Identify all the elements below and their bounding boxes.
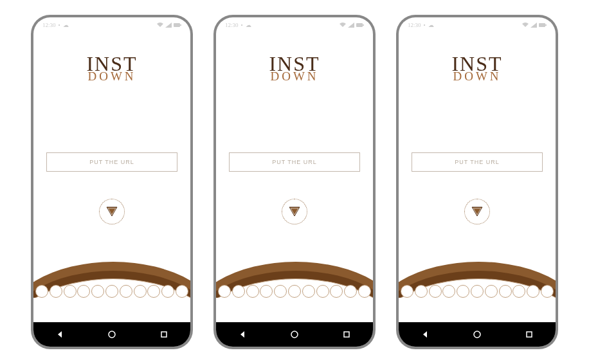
deco-circle bbox=[232, 285, 245, 298]
deco-circle bbox=[499, 285, 512, 298]
download-button[interactable] bbox=[99, 199, 125, 224]
phone-frame-2: 12:30 • ☁ INST DOWN bbox=[213, 15, 376, 349]
signal-icon bbox=[348, 23, 354, 28]
nav-home-icon[interactable] bbox=[107, 330, 116, 339]
deco-circle bbox=[274, 285, 287, 298]
status-bar: 12:30 • ☁ bbox=[399, 19, 556, 32]
nav-recent-icon[interactable] bbox=[342, 330, 351, 339]
download-button[interactable] bbox=[282, 199, 307, 224]
deco-circle bbox=[147, 285, 160, 298]
bottom-decoration bbox=[33, 262, 190, 298]
deco-circle bbox=[316, 285, 329, 298]
status-right bbox=[157, 23, 181, 28]
phone-screen: 12:30 • ☁ INST DOWN bbox=[33, 17, 190, 347]
deco-circle-row bbox=[33, 285, 190, 298]
url-input[interactable] bbox=[229, 152, 360, 172]
nav-back-icon[interactable] bbox=[421, 330, 430, 339]
svg-rect-9 bbox=[545, 24, 547, 26]
deco-circle bbox=[64, 285, 77, 298]
app-logo: INST DOWN bbox=[269, 56, 320, 82]
deco-circle bbox=[541, 285, 554, 298]
svg-point-2 bbox=[109, 331, 115, 338]
status-cloud-icon: ☁ bbox=[246, 22, 251, 28]
deco-circle bbox=[161, 285, 174, 298]
svg-rect-11 bbox=[527, 332, 532, 337]
status-right bbox=[340, 23, 364, 28]
signal-icon bbox=[165, 23, 172, 28]
nav-home-icon[interactable] bbox=[290, 330, 299, 339]
svg-point-6 bbox=[291, 331, 298, 338]
phone-screen: 12:30 • ☁ INST DOWN bbox=[216, 17, 373, 347]
deco-circle-row bbox=[216, 285, 373, 298]
phone-frame-3: 12:30 • ☁ INST DOWN bbox=[396, 15, 558, 349]
deco-circle bbox=[358, 285, 371, 298]
bottom-decoration bbox=[216, 262, 373, 298]
deco-circle bbox=[471, 285, 484, 298]
svg-rect-3 bbox=[161, 332, 167, 337]
nav-back-icon[interactable] bbox=[55, 330, 64, 339]
svg-rect-5 bbox=[363, 24, 364, 26]
deco-circle bbox=[457, 285, 469, 298]
battery-icon bbox=[174, 23, 181, 28]
deco-circle bbox=[260, 285, 273, 298]
status-cloud-icon: ☁ bbox=[63, 22, 69, 28]
svg-rect-8 bbox=[539, 23, 545, 27]
wifi-icon bbox=[157, 23, 163, 28]
download-triangle-icon bbox=[471, 206, 483, 217]
app-content: INST DOWN bbox=[33, 17, 190, 322]
nav-back-icon[interactable] bbox=[238, 330, 247, 339]
svg-rect-4 bbox=[356, 23, 363, 27]
deco-circle bbox=[415, 285, 428, 298]
app-content: INST DOWN bbox=[216, 17, 373, 322]
deco-circle bbox=[344, 285, 357, 298]
status-left: 12:30 • ☁ bbox=[42, 22, 69, 28]
android-nav-bar bbox=[33, 322, 190, 347]
status-left: 12:30 • ☁ bbox=[225, 22, 251, 28]
nav-recent-icon[interactable] bbox=[159, 330, 168, 339]
deco-circle bbox=[527, 285, 539, 298]
deco-circle bbox=[429, 285, 442, 298]
deco-circle bbox=[442, 285, 455, 298]
status-bar: 12:30 • ☁ bbox=[33, 19, 190, 32]
battery-icon bbox=[356, 23, 364, 28]
app-logo: INST DOWN bbox=[86, 56, 137, 82]
status-dot-icon: • bbox=[59, 22, 60, 28]
battery-icon bbox=[539, 23, 547, 28]
deco-circle bbox=[302, 285, 315, 298]
deco-circle bbox=[330, 285, 343, 298]
svg-point-10 bbox=[474, 331, 480, 338]
deco-circle bbox=[77, 285, 90, 298]
app-content: INST DOWN bbox=[399, 17, 556, 322]
url-input[interactable] bbox=[46, 152, 177, 172]
url-input[interactable] bbox=[412, 152, 543, 172]
deco-circle bbox=[50, 285, 62, 298]
deco-circle bbox=[512, 285, 525, 298]
app-logo: INST DOWN bbox=[451, 56, 502, 82]
logo-bottom: DOWN bbox=[269, 72, 320, 82]
status-dot-icon: • bbox=[424, 22, 426, 28]
android-nav-bar bbox=[399, 322, 556, 347]
nav-recent-icon[interactable] bbox=[525, 330, 534, 339]
download-triangle-icon bbox=[106, 206, 118, 217]
deco-circle bbox=[134, 285, 147, 298]
deco-circle bbox=[105, 285, 118, 298]
svg-rect-0 bbox=[174, 23, 180, 27]
wifi-icon bbox=[522, 23, 529, 28]
svg-rect-7 bbox=[344, 332, 349, 337]
status-right bbox=[522, 23, 547, 28]
bottom-decoration bbox=[399, 262, 556, 298]
wifi-icon bbox=[340, 23, 346, 28]
status-time: 12:30 bbox=[408, 22, 421, 28]
phone-frame-1: 12:30 • ☁ INST DOWN bbox=[31, 15, 193, 349]
deco-circle bbox=[288, 285, 301, 298]
deco-circle bbox=[401, 285, 413, 298]
logo-bottom: DOWN bbox=[451, 72, 502, 82]
status-bar: 12:30 • ☁ bbox=[216, 19, 373, 32]
status-dot-icon: • bbox=[241, 22, 243, 28]
android-nav-bar bbox=[216, 322, 373, 347]
nav-home-icon[interactable] bbox=[473, 330, 482, 339]
download-button[interactable] bbox=[464, 199, 490, 224]
deco-circle bbox=[176, 285, 188, 298]
signal-icon bbox=[530, 23, 537, 28]
status-cloud-icon: ☁ bbox=[428, 22, 434, 28]
